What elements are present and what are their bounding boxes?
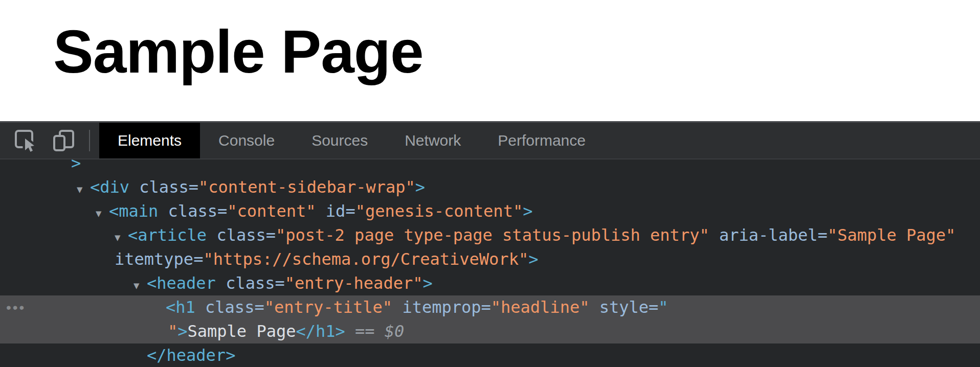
code-token: > <box>177 322 187 341</box>
dom-row[interactable]: ▼<article class="post-2 page type-page s… <box>0 223 980 271</box>
tab-bar: ElementsConsoleSourcesNetworkPerformance <box>99 123 604 158</box>
code-token: > <box>523 201 532 221</box>
code-line-wrap: itemtype="https://schema.org/CreativeWor… <box>0 247 980 271</box>
code-token: "entry-title" <box>264 297 392 317</box>
tab-console[interactable]: Console <box>200 123 293 158</box>
expand-arrow-icon[interactable]: ▼ <box>96 201 109 225</box>
dom-row[interactable]: </header> <box>0 343 980 367</box>
code-token: "https://schema.org/CreativeWork" <box>203 249 528 269</box>
code-token: </h1> <box>296 322 345 341</box>
code-token: class= <box>216 225 276 245</box>
code-token: id= <box>326 201 355 221</box>
code-token: == <box>345 322 385 341</box>
code-token: style= <box>599 297 659 317</box>
dom-row[interactable]: ▼<main class="content" id="genesis-conte… <box>0 199 980 223</box>
code-token <box>316 201 326 221</box>
code-line: ▼<article class="post-2 page type-page s… <box>0 223 980 247</box>
code-line: </header> <box>0 343 980 367</box>
expand-arrow-icon[interactable]: ▼ <box>133 273 147 297</box>
code-token: "genesis-content" <box>355 201 523 221</box>
code-token: <main <box>109 201 158 221</box>
code-token: "entry-header" <box>285 273 423 293</box>
code-token: </header> <box>147 346 235 365</box>
dom-row[interactable]: > <box>0 159 980 175</box>
code-line: ▼<main class="content" id="genesis-conte… <box>0 199 980 223</box>
code-token: class= <box>205 297 264 317</box>
elements-tree: >▼<div class="content-sidebar-wrap">▼<ma… <box>0 159 980 367</box>
toolbar-divider <box>89 130 90 151</box>
code-token: > <box>422 273 432 293</box>
code-token: class= <box>168 201 228 221</box>
code-token: " <box>168 322 177 341</box>
code-line: ▼<header class="entry-header"> <box>0 271 980 295</box>
code-token: "post-2 page type-page status-publish en… <box>276 225 709 245</box>
dom-row[interactable]: ▼<div class="content-sidebar-wrap"> <box>0 175 980 199</box>
code-line: > <box>0 159 980 175</box>
tab-network[interactable]: Network <box>386 123 479 158</box>
code-token: class= <box>226 273 285 293</box>
code-token: itemtype= <box>115 249 203 269</box>
code-token <box>129 177 139 197</box>
code-token <box>589 297 599 317</box>
tab-sources[interactable]: Sources <box>293 123 386 158</box>
code-token: aria-label= <box>719 225 828 245</box>
code-token: > <box>528 249 538 269</box>
tab-elements[interactable]: Elements <box>99 123 200 158</box>
code-token: "content" <box>227 201 316 221</box>
row-actions-dots-icon[interactable]: ••• <box>6 295 26 319</box>
code-token <box>158 201 168 221</box>
dollar-zero-marker: $0 <box>385 322 405 341</box>
code-token: "headline" <box>491 297 590 317</box>
code-token: "content-sidebar-wrap" <box>198 177 415 197</box>
expand-arrow-icon[interactable]: ▼ <box>77 177 90 201</box>
code-line: ▼<div class="content-sidebar-wrap"> <box>0 175 980 199</box>
code-token: <div <box>90 177 129 197</box>
code-line-wrap: ">Sample Page</h1> == $0 <box>0 319 980 343</box>
toggle-device-toolbar-icon[interactable] <box>50 127 77 154</box>
code-token: class= <box>139 177 198 197</box>
code-token <box>207 225 216 245</box>
code-token <box>216 273 226 293</box>
dom-row[interactable]: ▼<header class="entry-header"> <box>0 271 980 295</box>
toolbar-icons <box>0 123 99 158</box>
devtools-panel: ElementsConsoleSourcesNetworkPerformance… <box>0 121 980 367</box>
code-token: > <box>415 177 425 197</box>
code-token: <h1 <box>166 297 195 317</box>
code-line: <h1 class="entry-title" itemprop="headli… <box>0 295 980 319</box>
dom-row[interactable]: •••<h1 class="entry-title" itemprop="hea… <box>0 295 980 343</box>
devtools-toolbar: ElementsConsoleSourcesNetworkPerformance <box>0 121 980 159</box>
code-token: <article <box>128 225 207 245</box>
code-token: Sample Page <box>188 322 296 341</box>
code-token <box>392 297 402 317</box>
code-token <box>709 225 719 245</box>
inspect-element-icon[interactable] <box>12 127 39 154</box>
code-token: > <box>71 159 81 173</box>
code-token <box>195 297 205 317</box>
tab-performance[interactable]: Performance <box>479 123 604 158</box>
code-token: itemprop= <box>402 297 491 317</box>
page-title: Sample Page <box>53 21 980 82</box>
rendered-page: Sample Page <box>0 0 980 121</box>
expand-arrow-icon[interactable]: ▼ <box>115 225 128 249</box>
code-token: " <box>658 297 668 317</box>
code-token: "Sample Page" <box>828 225 955 245</box>
code-token: <header <box>147 273 216 293</box>
